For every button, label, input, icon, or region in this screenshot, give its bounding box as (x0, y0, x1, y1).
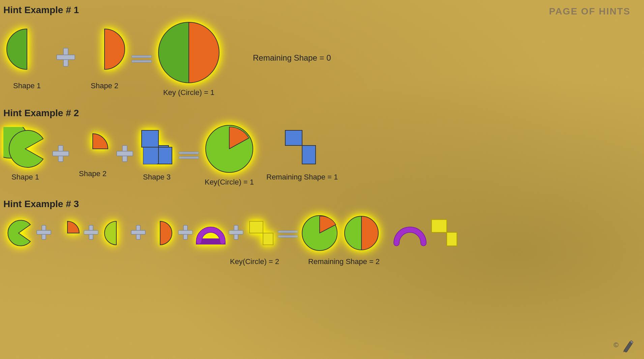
ex3-plus3 (129, 224, 147, 242)
svg-rect-1 (57, 55, 75, 60)
example2-plus2 (115, 143, 135, 165)
example3-row (3, 213, 462, 253)
svg-rect-4 (53, 151, 69, 156)
ex3-shape3 (101, 218, 128, 248)
example2-shape1-svg (3, 127, 47, 171)
ex2-plus2-svg (115, 143, 135, 164)
example1-remaining: Remaining Shape = 0 (253, 53, 331, 63)
ex3-key2-svg (341, 213, 382, 253)
svg-rect-15 (131, 230, 145, 234)
example2-shape2: Shape 2 (74, 130, 111, 178)
ex3-key2 (341, 213, 382, 253)
ex3-shape5 (196, 221, 226, 245)
example1-key-label: Key (Circle) = 1 (163, 88, 214, 97)
ex3-shape4 (148, 218, 175, 248)
example1-shape2-svg (81, 26, 128, 79)
example2-key-svg (202, 122, 256, 176)
example2-remaining-label: Remaining Shape = 1 (266, 173, 338, 182)
ex3-shape1 (3, 218, 34, 248)
example1-shape1: Shape 1 (3, 26, 51, 90)
ex3-equals (278, 228, 298, 238)
svg-rect-6 (117, 151, 133, 156)
example2-shape2-svg (74, 130, 111, 167)
plus1-svg (54, 45, 78, 69)
ex3-equals-line2 (278, 235, 298, 238)
example2-equals (179, 150, 199, 159)
ex3-shape5-svg (196, 221, 226, 245)
ex3-shape6 (246, 218, 276, 248)
svg-rect-17 (178, 230, 193, 234)
example2-header: Hint Example # 2 (3, 108, 338, 119)
ex3-remaining-arch (393, 220, 427, 247)
ex3-plus2 (82, 224, 100, 242)
example1-shape2-label: Shape 2 (91, 81, 118, 90)
ex2-plus1-svg (51, 143, 71, 164)
ex3-plus4-svg (177, 224, 194, 241)
ex3-equals-line1 (278, 230, 298, 233)
ex3-rem-arch-svg (393, 220, 427, 247)
ex3-key1 (299, 213, 340, 253)
ex3-plus4 (177, 224, 194, 242)
example1-shape1-svg (3, 26, 51, 79)
ex3-shape1-svg (3, 218, 34, 248)
example1-shape2: Shape 2 (81, 26, 128, 90)
example1-remaining-text: Remaining Shape = 0 (253, 53, 331, 62)
ex3-plus3-svg (129, 224, 147, 241)
pen-icon (620, 339, 634, 352)
ex2-remaining-shape-svg (282, 127, 322, 171)
example1-section: Hint Example # 1 Shape 1 Shape 2 (3, 5, 331, 97)
ex3-key-label: Key(Circle) = 2 (230, 257, 279, 266)
example2-shape1-label: Shape 1 (11, 173, 39, 182)
ex2-equals-line2 (179, 156, 199, 159)
ex3-key-label-container: Key(Circle) = 2 (212, 255, 297, 266)
ex3-shape2-svg (54, 218, 81, 248)
ex3-shape3-svg (101, 218, 128, 248)
example2-key: Key(Circle) = 1 (202, 122, 256, 187)
ex2-equals-line1 (179, 152, 199, 154)
ex3-plus2-svg (82, 224, 100, 241)
ex3-remaining-bracket (428, 216, 462, 250)
example3-section: Hint Example # 3 (3, 199, 462, 266)
example2-remaining-shape: Remaining Shape = 1 (266, 127, 338, 182)
example2-shape3-svg (138, 127, 175, 171)
example2-shape2-label: Shape 2 (79, 169, 107, 178)
example3-header: Hint Example # 3 (3, 199, 462, 209)
example2-plus1 (51, 143, 71, 165)
ex3-plus1-svg (35, 224, 53, 241)
example2-shape3: Shape 3 (138, 127, 175, 182)
ex3-key1-svg (299, 213, 340, 253)
ex3-plus5-svg (227, 224, 245, 241)
svg-rect-19 (229, 230, 243, 234)
equals-line1 (131, 55, 152, 58)
ex3-plus5 (227, 224, 245, 242)
example1-shape1-label: Shape 1 (13, 81, 41, 90)
ex3-shape4-svg (148, 218, 175, 248)
ex3-remaining-label-container: Remaining Shape = 2 (297, 255, 391, 266)
example1-key-svg (155, 19, 223, 86)
ex3-rem-bracket-svg (428, 216, 462, 250)
example1-key: Key (Circle) = 1 (155, 19, 223, 97)
copyright: © (614, 339, 634, 352)
svg-rect-11 (37, 230, 51, 234)
copyright-text: © (614, 341, 619, 349)
example2-shape3-label: Shape 3 (143, 173, 171, 182)
example2-section: Hint Example # 2 Shape 1 (3, 108, 338, 187)
example1-header: Hint Example # 1 (3, 5, 331, 15)
ex3-remaining-label: Remaining Shape = 2 (308, 257, 380, 266)
example1-row: Shape 1 Shape 2 (3, 19, 331, 97)
ex3-shape6-svg (246, 218, 276, 248)
example1-plus1 (54, 45, 78, 70)
example2-row: Shape 1 Shape 2 (3, 122, 338, 187)
page-title: PAGE OF HINTS (549, 6, 631, 17)
example2-key-label: Key(Circle) = 1 (205, 178, 254, 187)
example1-equals (131, 53, 152, 63)
example2-shape1: Shape 1 (3, 127, 47, 182)
svg-rect-13 (84, 230, 98, 234)
ex3-labels: Key(Circle) = 2 Remaining Shape = 2 (212, 255, 462, 266)
equals-line2 (131, 60, 152, 63)
ex3-plus1 (35, 224, 53, 242)
ex3-shape2 (54, 218, 81, 248)
